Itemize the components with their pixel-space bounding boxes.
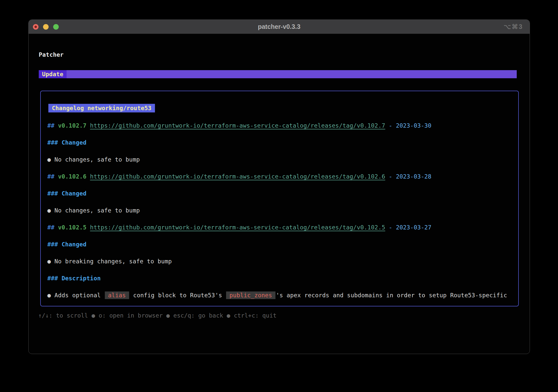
separator-dash: - — [385, 224, 396, 231]
changelog-lines: ## v0.102.7 https://github.com/gruntwork… — [41, 122, 518, 300]
version-label: v0.102.7 — [58, 122, 90, 129]
separator-dash: - — [385, 122, 396, 129]
heading-hashes: ## — [47, 122, 58, 129]
bullet-item: ● No changes, safe to bump — [47, 155, 513, 164]
inline-code: public_zones — [226, 291, 275, 299]
version-label: v0.102.5 — [58, 224, 90, 231]
section-heading: ### Changed — [47, 240, 513, 249]
release-heading: ## v0.102.5 https://github.com/gruntwork… — [47, 223, 513, 232]
changelog-panel[interactable]: Changelog networking/route53 ## v0.102.7… — [40, 91, 519, 306]
section-heading-label: Changed — [62, 139, 86, 146]
bullet-text: config block to Route53's — [130, 292, 226, 299]
help-hint: ctrl+c: quit — [234, 312, 277, 319]
bullet-text: No changes, safe to bump — [54, 156, 140, 163]
release-heading: ## v0.102.6 https://github.com/gruntwork… — [47, 172, 513, 181]
separator-dot-icon: ● — [88, 312, 99, 319]
bullet-icon: ● — [47, 207, 54, 214]
window-titlebar: patcher-v0.3.3 ⌥⌘3 — [29, 20, 530, 34]
heading-hashes: ## — [47, 224, 58, 231]
release-link[interactable]: https://github.com/gruntwork-io/terrafor… — [90, 173, 385, 180]
release-date: 2023-03-27 — [396, 224, 431, 231]
separator-dot-icon: ● — [223, 312, 234, 319]
release-date: 2023-03-28 — [396, 173, 431, 180]
separator-dash: - — [385, 173, 396, 180]
bullet-text: No breaking changes, safe to bump — [54, 258, 172, 265]
bullet-item: ● No changes, safe to bump — [47, 206, 513, 215]
section-heading-label: Changed — [62, 190, 86, 197]
bullet-icon: ● — [47, 292, 54, 299]
release-link[interactable]: https://github.com/gruntwork-io/terrafor… — [90, 122, 385, 129]
release-link[interactable]: https://github.com/gruntwork-io/terrafor… — [90, 224, 385, 231]
help-hint: ↑/↓: to scroll — [38, 312, 88, 319]
release-heading: ## v0.102.7 https://github.com/gruntwork… — [47, 122, 513, 130]
bullet-text: No changes, safe to bump — [54, 207, 140, 214]
section-heading: ### Changed — [47, 139, 513, 147]
changelog-badge: Changelog networking/route53 — [48, 104, 155, 112]
section-heading: ### Changed — [47, 189, 513, 198]
heading-hashes: ### — [47, 190, 62, 197]
window-shortcut-hint: ⌥⌘3 — [504, 20, 523, 34]
section-heading: ### Description — [47, 274, 513, 283]
bullet-text: Adds optional — [54, 292, 104, 299]
terminal-window: patcher-v0.3.3 ⌥⌘3 Patcher Update Change… — [28, 19, 530, 354]
heading-hashes: ### — [47, 241, 62, 248]
inline-code: alias — [105, 291, 129, 299]
bullet-item: ● Adds optional alias config block to Ro… — [47, 291, 513, 300]
window-title: patcher-v0.3.3 — [29, 20, 530, 34]
bullet-icon: ● — [47, 258, 54, 265]
section-heading-label: Description — [62, 275, 101, 282]
separator-dot-icon: ● — [163, 312, 173, 319]
desktop: { "window": { "title": "patcher-v0.3.3",… — [0, 0, 558, 392]
tab-update[interactable]: Update — [39, 70, 67, 78]
tab-bar: Update — [39, 70, 517, 78]
help-hint: esc/q: go back — [173, 312, 223, 319]
bullet-text: 's apex records and subdomains in order … — [276, 292, 507, 299]
heading-hashes: ### — [47, 139, 62, 146]
bullet-item: ● No breaking changes, safe to bump — [47, 257, 513, 266]
version-label: v0.102.6 — [58, 173, 90, 180]
bullet-icon: ● — [47, 156, 54, 163]
help-hint: o: open in browser — [99, 312, 163, 319]
section-heading-label: Changed — [62, 241, 86, 248]
app-title: Patcher — [39, 51, 64, 59]
heading-hashes: ## — [47, 173, 58, 180]
heading-hashes: ### — [47, 275, 62, 282]
help-bar: ↑/↓: to scroll ● o: open in browser ● es… — [38, 311, 276, 320]
release-date: 2023-03-30 — [396, 122, 431, 129]
